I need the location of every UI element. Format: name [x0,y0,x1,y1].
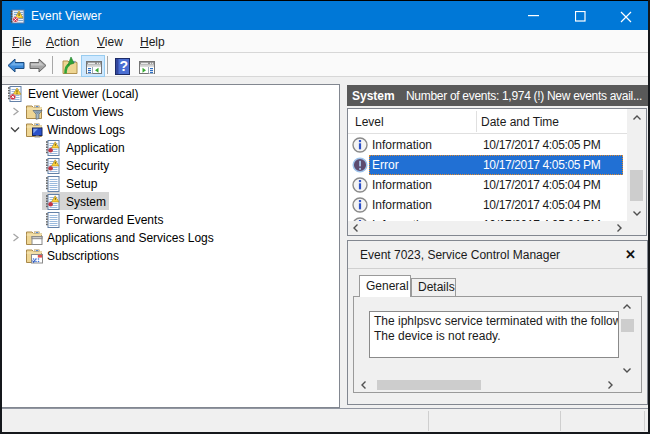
svg-text:?: ? [119,58,128,74]
